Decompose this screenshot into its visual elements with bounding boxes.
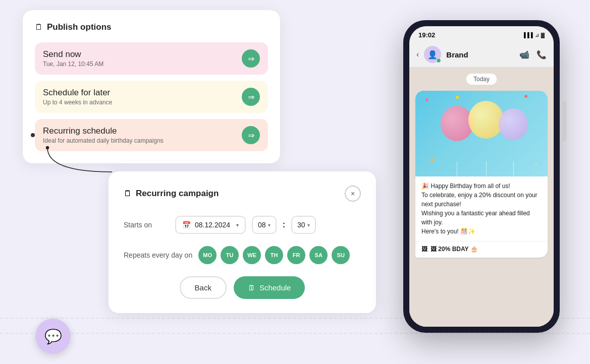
back-button[interactable]: Back [180,276,227,299]
schedule-button[interactable]: 🗓 Schedule [234,276,305,299]
close-button[interactable]: × [345,186,361,202]
hour-value: 08 [258,221,266,229]
send-now-arrow[interactable]: ⇒ [242,49,260,68]
footer-text: 🖼 20% BDAY 🎂 [431,246,478,253]
schedule-later-label: Schedule for later [43,88,112,98]
schedule-icon: 🗓 [248,283,255,292]
starts-on-row: Starts on 📅 08.12.2024 ▾ 08 ▾ : 30 ▾ [124,216,361,234]
status-time: 19:02 [418,31,435,39]
recurring-campaign-card: 🗒 Recurring campaign × Starts on 📅 08.12… [109,171,376,313]
message-footer: 🖼 🖼 20% BDAY 🎂 [415,241,548,258]
send-now-sublabel: Tue, Jan 12, 10:45 AM [43,60,103,68]
confetti-5 [431,158,434,161]
footer-icon: 🖼 [421,246,427,253]
minute-chevron-icon: ▾ [307,222,310,228]
action-buttons: Back 🗓 Schedule [124,276,361,299]
status-bar: 19:02 ▐▐▐ ⊿ ▓ [409,26,554,42]
minute-select[interactable]: 30 ▾ [291,216,316,234]
hour-chevron-icon: ▾ [268,222,271,228]
back-arrow-icon[interactable]: ‹ [416,50,419,59]
message-text: 🎉 Happy Birthday from all of us! To cele… [415,176,548,241]
calendar-icon: 📅 [182,221,191,229]
recurring-option[interactable]: Recurring schedule Ideal for automated d… [35,119,268,151]
recurring-calendar-icon: 🗒 [124,189,132,198]
today-badge: Today [466,74,497,85]
message-bubble: 🎉 Happy Birthday from all of us! To cele… [415,91,548,258]
send-now-label: Send now [43,49,103,59]
call-icon[interactable]: 📞 [537,50,547,59]
today-label: Today [415,74,548,85]
brand-avatar: 👤 [424,46,441,63]
header-actions: 📹 📞 [519,50,547,59]
hour-select[interactable]: 08 ▾ [252,216,277,234]
string-pink [457,161,457,176]
repeats-label: Repeats every day on [124,251,192,259]
balloon-yellow [468,101,504,139]
day-tu[interactable]: TU [221,246,239,264]
schedule-later-sublabel: Up to 4 weeks in advance [43,99,112,106]
recurring-label: Recurring schedule [43,126,164,136]
date-value: 08.12.2024 [195,221,230,229]
confetti-4 [534,163,538,166]
string-yellow [486,161,487,176]
chat-header: ‹ 👤 Brand 📹 📞 [409,42,554,68]
recurring-card-header: 🗒 Recurring campaign × [124,186,361,202]
brand-name: Brand [446,50,514,59]
chat-area: Today [409,68,554,327]
recurring-text: Recurring schedule Ideal for automated d… [43,126,164,144]
publish-options-card: 🗒 Publish options Send now Tue, Jan 12, … [23,10,280,163]
calendar-icon: 🗒 [35,23,43,32]
confetti-1 [425,98,428,101]
day-selector: MO TU WE TH FR SA SU [198,246,350,264]
confetti-3 [524,95,527,98]
schedule-label: Schedule [259,283,291,292]
recurring-sublabel: Ideal for automated daily birthday campa… [43,137,164,144]
minute-value: 30 [297,221,305,229]
recurring-campaign-title: Recurring campaign [136,189,219,199]
confetti-2 [456,96,459,99]
schedule-later-text: Schedule for later Up to 4 weeks in adva… [43,88,112,106]
starts-on-label: Starts on [124,221,169,229]
chat-bubble-icon: 💬 [44,328,62,345]
day-su[interactable]: SU [332,246,350,264]
phone-screen: 19:02 ▐▐▐ ⊿ ▓ ‹ 👤 Brand 📹 📞 Today [409,26,554,327]
day-mo[interactable]: MO [198,246,217,264]
message-image [415,91,548,176]
schedule-later-arrow[interactable]: ⇒ [242,88,260,106]
balloon-lavender [499,108,528,140]
date-picker[interactable]: 📅 08.12.2024 ▾ [175,216,246,234]
day-fr[interactable]: FR [287,246,305,264]
day-th[interactable]: TH [265,246,283,264]
wifi-icon: ⊿ [535,32,539,38]
repeats-row: Repeats every day on MO TU WE TH FR SA S… [124,246,361,264]
recurring-title-group: 🗒 Recurring campaign [124,189,219,199]
status-icons: ▐▐▐ ⊿ ▓ [522,32,545,38]
time-colon: : [283,220,285,229]
schedule-later-option[interactable]: Schedule for later Up to 4 weeks in adva… [35,81,268,113]
battery-icon: ▓ [541,32,545,38]
bottom-chat-bubble[interactable]: 💬 [35,319,71,354]
string-lavender [513,161,514,176]
video-icon[interactable]: 📹 [519,50,529,59]
send-now-text: Send now Tue, Jan 12, 10:45 AM [43,49,103,68]
day-sa[interactable]: SA [309,246,328,264]
close-icon: × [351,190,355,198]
scroll-indicator [562,101,566,141]
card-header: 🗒 Publish options [35,22,268,32]
day-we[interactable]: WE [243,246,261,264]
recurring-arrow[interactable]: ⇒ [242,126,260,144]
verified-dot [436,58,441,63]
publish-options-title: Publish options [47,22,112,32]
signal-icon: ▐▐▐ [522,32,532,38]
phone-mockup: 19:02 ▐▐▐ ⊿ ▓ ‹ 👤 Brand 📹 📞 Today [403,20,560,333]
date-chevron-icon: ▾ [236,222,239,228]
send-now-option[interactable]: Send now Tue, Jan 12, 10:45 AM ⇒ [35,42,268,75]
